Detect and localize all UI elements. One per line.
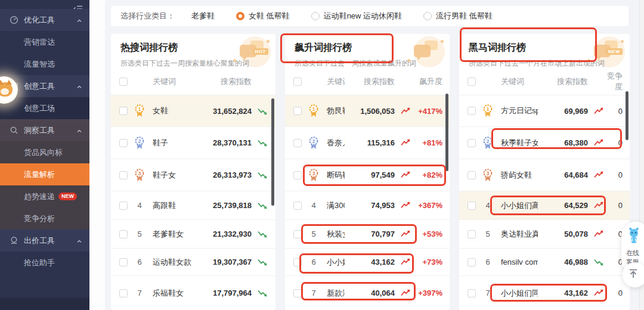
row-checkbox[interactable]: [467, 289, 476, 297]
compete-value: 0: [605, 289, 623, 297]
sidebar-group-优化工具[interactable]: 优化工具: [0, 9, 89, 31]
back-to-top-button[interactable]: [623, 262, 644, 287]
row-checkbox[interactable]: [467, 139, 476, 147]
sidebar-group-出价工具[interactable]: 出价工具: [0, 230, 89, 252]
table-row[interactable]: 6运动鞋女款19,307,367: [111, 248, 275, 275]
row-checkbox[interactable]: [467, 202, 476, 210]
trend-down-icon: [253, 139, 268, 147]
row-checkbox[interactable]: [293, 230, 302, 238]
table-row[interactable]: 1女鞋31,652,824: [111, 95, 275, 126]
medal-rank-3-icon: 3: [128, 168, 151, 182]
sidebar-item-竞争分析[interactable]: 竞争分析: [0, 207, 89, 230]
filter-option-运动鞋new 运动休闲鞋[interactable]: 运动鞋new 运动休闲鞋: [311, 11, 402, 21]
sidebar-item-抢位助手[interactable]: 抢位助手: [0, 252, 89, 274]
table-row[interactable]: 2秋季鞋子女2022年爆款68,3800: [459, 126, 630, 159]
row-checkbox[interactable]: [293, 139, 302, 147]
filter-option-老爹鞋[interactable]: 老爹鞋: [191, 11, 215, 21]
medal-rank-1-icon: 1: [302, 104, 326, 118]
table-row[interactable]: 6小小姐们同款鞋43,162+73%: [285, 248, 450, 275]
panel-scrollbar-thumb[interactable]: [445, 94, 448, 171]
keyword-label: 女鞋: [151, 106, 202, 116]
table-column-header: 关键词搜索指数: [111, 69, 275, 95]
select-all-checkbox[interactable]: [293, 78, 302, 86]
trend-up-icon: [589, 202, 605, 209]
keyword-label: 高跟鞋: [151, 200, 202, 211]
radio-icon[interactable]: [423, 12, 432, 20]
row-checkbox[interactable]: [119, 107, 128, 115]
search-index-value: 64,529: [538, 201, 588, 210]
rank-number: 6: [302, 258, 326, 266]
row-checkbox[interactable]: [467, 107, 476, 115]
content-left-gap: [89, 0, 105, 310]
medal-rank-2-icon: 2: [302, 136, 326, 150]
table-row[interactable]: 5秋装女2022年新款70,797+53%: [285, 219, 450, 248]
row-checkbox[interactable]: [467, 258, 476, 266]
row-checkbox[interactable]: [293, 202, 302, 210]
search-index-value: 64,684: [538, 170, 588, 179]
row-checkbox[interactable]: [119, 171, 128, 179]
rise-percent-value: +81%: [411, 138, 442, 147]
sidebar-item-流量解析[interactable]: 流量解析: [0, 163, 89, 185]
row-checkbox[interactable]: [119, 258, 128, 266]
sidebar-item-营销雷达[interactable]: 营销雷达: [0, 31, 89, 53]
keyword-label: 香奈儿小羊皮鞋: [326, 138, 345, 148]
keyword-label: 鞋子: [151, 138, 202, 148]
table-row[interactable]: 5奥达鞋业真皮女鞋50,0780: [459, 219, 630, 248]
table-row[interactable]: 4高跟鞋25,739,818: [111, 191, 275, 219]
panel-scrollbar-thumb[interactable]: [271, 98, 274, 206]
sidebar-item-创意工场[interactable]: 创意工场: [0, 97, 89, 119]
trend-up-icon: [396, 107, 411, 115]
row-checkbox[interactable]: [293, 171, 302, 179]
svg-text:3: 3: [312, 170, 315, 176]
row-checkbox[interactable]: [467, 230, 476, 238]
filter-option-女鞋 低帮鞋[interactable]: 女鞋 低帮鞋: [236, 11, 290, 21]
row-checkbox[interactable]: [293, 107, 302, 115]
row-checkbox[interactable]: [467, 171, 476, 179]
row-checkbox[interactable]: [119, 230, 128, 238]
select-all-checkbox[interactable]: [467, 78, 476, 86]
table-row[interactable]: 3骄屿女鞋64,6840: [459, 159, 630, 191]
sidebar-item-label: 流量解析: [24, 169, 55, 180]
row-checkbox[interactable]: [293, 258, 302, 266]
row-checkbox[interactable]: [119, 202, 128, 210]
sidebar-item-label: 流量智选: [24, 59, 55, 70]
table-row[interactable]: 3断码鞋女 真皮 牛皮97,549+82%: [285, 159, 450, 191]
sidebar-group-洞察工具[interactable]: 洞察工具: [0, 119, 89, 141]
radio-icon[interactable]: [311, 12, 320, 20]
search-index-value: 26,313,973: [202, 170, 252, 179]
sidebar-item-货品风向标[interactable]: 货品风向标: [0, 141, 89, 163]
svg-text:2: 2: [487, 138, 490, 144]
row-checkbox[interactable]: [293, 289, 302, 297]
table-row[interactable]: 7新款潮流运动鞋40,064+397%: [285, 275, 450, 310]
table-row[interactable]: 3鞋子女26,313,973: [111, 159, 275, 191]
keyword-label: 奥达鞋业真皮女鞋: [500, 229, 538, 240]
table-row[interactable]: 6fensilv com履柜家46,9880: [459, 248, 630, 275]
service-mascot-icon: [625, 227, 643, 247]
rise-percent-value: +367%: [411, 201, 442, 210]
table-row[interactable]: 4满300减4074,953+367%: [285, 191, 450, 219]
table-row[interactable]: 4小小姐们高跟鞋64,5290: [459, 191, 630, 219]
table-row[interactable]: 2鞋子28,370,131: [111, 126, 275, 159]
rank-number: 6: [128, 258, 151, 266]
table-row[interactable]: 2香奈儿小羊皮鞋115,316+81%: [285, 126, 450, 159]
panel-黑马词排行榜: NEW黑马词排行榜所选类目下过去一个月在市场上新出现的词关键词搜索指数竞争度1方…: [459, 34, 630, 310]
panel-scrollbar-thumb[interactable]: [626, 91, 628, 140]
table-row[interactable]: 7乐福鞋女17,797,964: [111, 275, 275, 310]
column-search-index: 搜索指数: [202, 76, 252, 87]
row-checkbox[interactable]: [119, 139, 128, 147]
trend-up-icon: [589, 230, 605, 238]
table-column-header: 关键词搜索指数竞争度: [459, 69, 630, 95]
radio-selected-icon[interactable]: [236, 12, 244, 20]
filter-option-流行男鞋 低帮鞋[interactable]: 流行男鞋 低帮鞋: [423, 11, 493, 21]
search-index-value: 21,332,930: [202, 230, 252, 238]
select-all-checkbox[interactable]: [119, 78, 128, 86]
table-row[interactable]: 5老爹鞋女21,332,930: [111, 219, 275, 248]
sidebar-item-流量智选[interactable]: 流量智选: [0, 53, 89, 75]
table-row[interactable]: 7小小姐们同款鞋43,1620: [459, 275, 630, 310]
chevron-up-icon: [76, 17, 82, 26]
table-row[interactable]: 1勃艮鞋1,506,053+417%: [285, 95, 450, 126]
search-index-value: 70,797: [345, 230, 395, 238]
row-checkbox[interactable]: [119, 289, 128, 297]
table-row[interactable]: 1方元日记spr69,9690: [459, 95, 630, 126]
sidebar-item-趋势速递[interactable]: 趋势速递NEW: [0, 185, 89, 207]
